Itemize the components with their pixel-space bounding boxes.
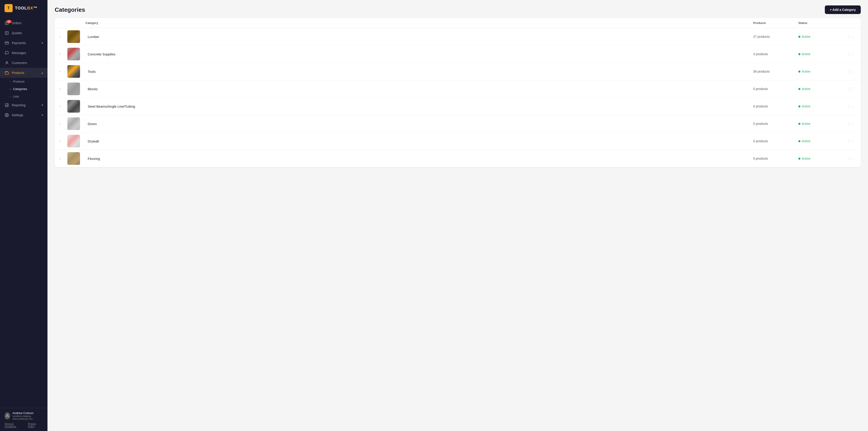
sidebar-item-reporting-label: Reporting	[12, 103, 26, 107]
status-badge: Active	[802, 70, 810, 73]
table-row[interactable]: Steel Beams/Angle Line/Tubing 0 products…	[55, 98, 861, 115]
sidebar-item-products-label: Products	[12, 71, 24, 74]
orders-badge: 50	[6, 20, 11, 23]
category-products-count: 36 products	[753, 70, 798, 73]
table-row[interactable]: Blocks 0 products Active	[55, 80, 861, 98]
status-dot	[798, 70, 800, 72]
sidebar-sub-lists-label: Lists	[13, 95, 19, 98]
row-expand-icon[interactable]	[58, 53, 67, 56]
sidebar-item-orders-label: Orders	[12, 21, 22, 25]
settings-chevron: ▾	[41, 114, 43, 117]
sidebar-sub-lists[interactable]: Lists	[0, 93, 48, 100]
svg-rect-2	[5, 42, 8, 44]
status-cell: Active	[798, 157, 844, 160]
row-expand-icon[interactable]	[58, 122, 67, 125]
sidebar-sub-products-label: Products	[13, 80, 24, 83]
user-domain: sandbox.staging-web.toolbxops.net	[12, 415, 43, 420]
table-row[interactable]: Flooring 0 products Active	[55, 150, 861, 167]
sidebar-item-quotes[interactable]: Quotes	[0, 28, 48, 38]
table-row[interactable]: Drywall 0 products Active	[55, 132, 861, 150]
status-dot	[798, 53, 800, 55]
table-row[interactable]: Tools 36 products Active	[55, 63, 861, 80]
sidebar: T TOOLBX™ Orders 50 Quotes Payments ▾	[0, 0, 48, 431]
sidebar-sub-categories[interactable]: Categories	[0, 85, 48, 93]
header-actions	[844, 21, 857, 25]
status-badge: Active	[802, 139, 810, 143]
add-category-button[interactable]: + Add a Category	[825, 5, 861, 14]
sidebar-sub-products[interactable]: Products	[0, 78, 48, 85]
status-badge: Active	[802, 104, 810, 108]
category-image	[67, 65, 80, 78]
row-actions-menu[interactable]	[844, 156, 857, 161]
status-cell: Active	[798, 122, 844, 125]
payments-icon	[4, 41, 9, 45]
category-name: Tools	[86, 70, 753, 73]
row-expand-icon[interactable]	[58, 105, 67, 108]
svg-rect-5	[5, 72, 8, 74]
category-image	[67, 30, 80, 43]
category-name: Doors	[86, 122, 753, 126]
status-dot	[798, 88, 800, 90]
sidebar-item-products[interactable]: Products ▴	[0, 68, 48, 78]
category-image	[67, 135, 80, 148]
categories-table: Category Products Status Lumber 27 produ…	[55, 18, 861, 167]
table-row[interactable]: Concrete Supplies 3 products Active	[55, 45, 861, 63]
sidebar-item-reporting[interactable]: Reporting ▾	[0, 100, 48, 110]
table-row[interactable]: Lumber 27 products Active	[55, 28, 861, 45]
category-name: Blocks	[86, 87, 753, 91]
status-cell: Active	[798, 35, 844, 38]
settings-icon	[4, 113, 9, 117]
row-expand-icon[interactable]	[58, 140, 67, 143]
table-header: Category Products Status	[55, 18, 861, 28]
status-dot	[798, 36, 800, 38]
row-expand-icon[interactable]	[58, 35, 67, 38]
privacy-link[interactable]: Privacy Policy	[28, 423, 43, 428]
logo-text: TOOLBX™	[15, 6, 37, 11]
svg-point-4	[6, 62, 7, 63]
row-actions-menu[interactable]	[844, 139, 857, 143]
status-badge: Active	[802, 52, 810, 56]
row-actions-menu[interactable]	[844, 87, 857, 91]
user-details: Andrew Corkum sandbox.staging-web.toolbx…	[12, 411, 43, 420]
status-dot	[798, 105, 800, 107]
category-products-count: 27 products	[753, 35, 798, 38]
row-actions-menu[interactable]	[844, 69, 857, 74]
category-products-count: 0 products	[753, 157, 798, 160]
table-row[interactable]: Doors 0 products Active	[55, 115, 861, 132]
category-image	[67, 100, 80, 113]
page-title: Categories	[55, 6, 85, 13]
footer-links: Terms & Conditions Privacy Policy	[4, 423, 43, 428]
terms-link[interactable]: Terms & Conditions	[4, 423, 25, 428]
sidebar-item-settings[interactable]: Settings ▾	[0, 110, 48, 120]
sidebar-item-customers[interactable]: Customers	[0, 58, 48, 68]
sidebar-item-payments[interactable]: Payments ▾	[0, 38, 48, 48]
status-cell: Active	[798, 52, 844, 56]
category-products-count: 0 products	[753, 139, 798, 143]
logo-icon: T	[4, 4, 13, 12]
sidebar-item-customers-label: Customers	[12, 61, 27, 65]
messages-icon	[4, 51, 9, 55]
reporting-chevron: ▾	[41, 103, 43, 107]
row-actions-menu[interactable]	[844, 104, 857, 109]
category-name: Drywall	[86, 139, 753, 143]
category-products-count: 0 products	[753, 122, 798, 125]
sidebar-item-orders[interactable]: Orders 50	[0, 18, 48, 28]
row-expand-icon[interactable]	[58, 70, 67, 73]
status-cell: Active	[798, 70, 844, 73]
header-category: Category	[86, 21, 753, 25]
sidebar-item-settings-label: Settings	[12, 113, 23, 117]
svg-point-7	[6, 115, 7, 116]
reporting-icon	[4, 103, 9, 107]
row-actions-menu[interactable]	[844, 122, 857, 126]
row-actions-menu[interactable]	[844, 52, 857, 56]
row-expand-icon[interactable]	[58, 157, 67, 160]
sidebar-item-messages[interactable]: Messages	[0, 48, 48, 58]
status-badge: Active	[802, 87, 810, 91]
avatar	[4, 412, 10, 420]
row-actions-menu[interactable]	[844, 35, 857, 39]
products-chevron: ▴	[41, 71, 43, 74]
table-body: Lumber 27 products Active Concrete Suppl…	[55, 28, 861, 167]
row-expand-icon[interactable]	[58, 87, 67, 90]
products-icon	[4, 70, 9, 75]
category-products-count: 0 products	[753, 104, 798, 108]
